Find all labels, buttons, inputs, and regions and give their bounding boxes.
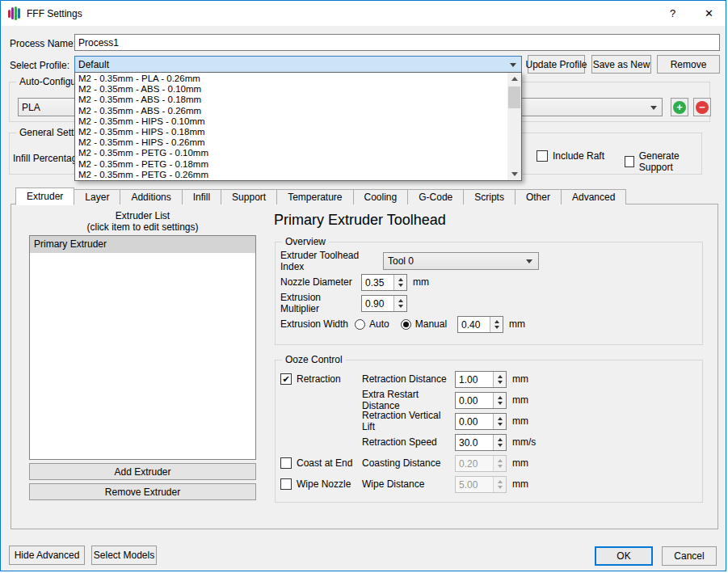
retraction-distance-spinner[interactable]: 1.00 [455,371,507,388]
hide-advanced-button[interactable]: Hide Advanced [9,546,85,565]
unit-label: mm [512,478,528,490]
spinner-arrows-icon[interactable] [393,275,406,290]
tab-gcode[interactable]: G-Code [407,189,464,204]
extrusion-width-unit-label: mm [509,318,525,330]
wipe-distance-spinner: 5.00 [455,476,507,493]
overview-legend: Overview [282,236,329,247]
checkbox-box [625,156,634,167]
spinner-arrows-icon[interactable] [493,435,506,450]
help-button[interactable]: ? [654,1,691,26]
chevron-down-icon [650,106,657,110]
tab-extruder[interactable]: Extruder [15,187,74,205]
process-name-label: Process Name: [10,38,76,49]
spinner-arrows-icon [493,456,506,471]
profile-option[interactable]: M2 - 0.35mm - PETG - 0.18mm [75,159,507,170]
checkbox-box [537,150,548,162]
add-extruder-button[interactable]: Add Extruder [29,463,256,480]
spinner-arrows-icon[interactable] [493,414,506,429]
unit-label: mm [512,373,528,385]
toolhead-index-combobox[interactable]: Tool 0 [383,252,539,270]
select-profile-label: Select Profile: [10,60,69,71]
retraction-vertical-lift-label: Retraction Vertical Lift [362,410,455,432]
scrollbar-thumb[interactable] [508,86,520,108]
fff-settings-dialog: FFF Settings ? ✕ Process Name: Select Pr… [0,0,726,571]
remove-extruder-button[interactable]: Remove Extruder [29,483,256,500]
select-models-button[interactable]: Select Models [91,546,157,565]
extrusion-multiplier-spinner[interactable]: 0.90 [361,295,407,312]
checkbox-box [280,457,292,469]
profile-option[interactable]: M2 - 0.35mm - PETG - 0.10mm [75,148,507,158]
window-title: FFF Settings [27,8,82,19]
profile-option[interactable]: M2 - 0.35mm - ABS - 0.10mm [75,84,507,95]
extruder-list-item[interactable]: Primary Extruder [30,236,255,253]
coasting-distance-spinner: 0.20 [455,455,507,472]
profile-option[interactable]: M2 - 0.35mm - ABS - 0.26mm [75,106,507,116]
tab-advanced[interactable]: Advanced [561,189,626,204]
extrusion-width-label: Extrusion Width [280,318,348,330]
spinner-arrows-icon[interactable] [490,317,503,332]
scroll-down-icon[interactable] [507,168,521,180]
nozzle-diameter-label: Nozzle Diameter [280,276,361,288]
generate-support-checkbox[interactable]: Generate Support [625,150,701,173]
profile-option[interactable]: M2 - 0.35mm - PLA - 0.26mm [75,74,507,84]
profile-selected-value: Default [78,59,109,70]
save-as-new-button[interactable]: Save as New [591,55,651,74]
spinner-arrows-icon [493,477,506,492]
profile-combobox[interactable]: Default [74,56,522,73]
toolhead-heading: Primary Extruder Toolhead [274,212,446,229]
profile-option[interactable]: M2 - 0.35mm - PETG - 0.26mm [75,170,507,180]
tab-cooling[interactable]: Cooling [353,189,409,204]
wipe-nozzle-checkbox[interactable]: Wipe Nozzle [280,478,362,490]
extrusion-width-manual-radio[interactable]: Manual [401,318,447,330]
retraction-speed-spinner[interactable]: 30.0 [455,434,507,451]
extrusion-multiplier-label: Extrusion Multiplier [280,292,361,314]
unit-label: mm/s [512,436,536,448]
profile-option[interactable]: M2 - 0.35mm - ABS - 0.18mm [75,95,507,105]
retraction-checkbox[interactable]: ✔ Retraction [280,373,362,385]
overview-group: Overview Extruder Toolhead Index Tool 0 … [275,242,703,345]
spinner-arrows-icon[interactable] [493,372,506,387]
material-selected-value: PLA [22,102,40,113]
coast-at-end-checkbox[interactable]: Coast at End [280,457,362,469]
extrusion-width-auto-radio[interactable]: Auto [355,318,389,330]
retraction-distance-label: Retraction Distance [362,373,455,385]
scroll-up-icon[interactable] [507,73,521,85]
nozzle-diameter-spinner[interactable]: 0.35 [361,274,407,291]
ok-button[interactable]: OK [595,546,653,566]
tab-other[interactable]: Other [515,189,562,204]
extruder-list: Primary Extruder [29,235,256,460]
profile-option[interactable]: M2 - 0.35mm - HIPS - 0.26mm [75,137,507,148]
chevron-down-icon [510,63,516,67]
dropdown-scrollbar[interactable] [507,73,521,180]
profile-option[interactable]: M2 - 0.35mm - HIPS - 0.10mm [75,116,507,127]
tab-temperature[interactable]: Temperature [276,189,353,204]
unit-label: mm [512,415,528,427]
tab-additions[interactable]: Additions [120,189,182,204]
tab-layer[interactable]: Layer [74,189,120,204]
extruder-list-title: Extruder List [29,210,256,221]
extrusion-width-spinner[interactable]: 0.40 [457,316,503,333]
settings-tabbar: Extruder Layer Additions Infill Support … [15,187,625,204]
retraction-speed-label: Retraction Speed [362,436,455,448]
remove-profile-button[interactable]: Remove [657,55,720,74]
extra-restart-distance-spinner[interactable]: 0.00 [455,392,507,409]
update-profile-button[interactable]: Update Profile [528,55,585,74]
extra-restart-distance-label: Extra Restart Distance [362,389,455,411]
radio-circle [355,319,365,330]
remove-material-button[interactable]: − [693,98,711,116]
profile-option[interactable]: M2 - 0.35mm - HIPS - 0.18mm [75,127,507,137]
extruder-list-header: Extruder List (click item to edit settin… [29,210,256,233]
tab-support[interactable]: Support [221,189,277,204]
cancel-button[interactable]: Cancel [662,546,717,566]
process-name-input[interactable] [74,34,720,51]
add-material-button[interactable]: + [671,98,688,116]
include-raft-checkbox[interactable]: Include Raft [537,150,604,162]
spinner-arrows-icon[interactable] [393,296,406,311]
close-button[interactable]: ✕ [691,1,726,26]
retraction-vertical-lift-spinner[interactable]: 0.00 [455,413,507,430]
tab-scripts[interactable]: Scripts [463,189,515,204]
tab-infill[interactable]: Infill [182,189,221,204]
spinner-arrows-icon[interactable] [493,393,506,408]
radio-dot-icon [401,319,411,330]
toolhead-index-value: Tool 0 [388,255,414,267]
